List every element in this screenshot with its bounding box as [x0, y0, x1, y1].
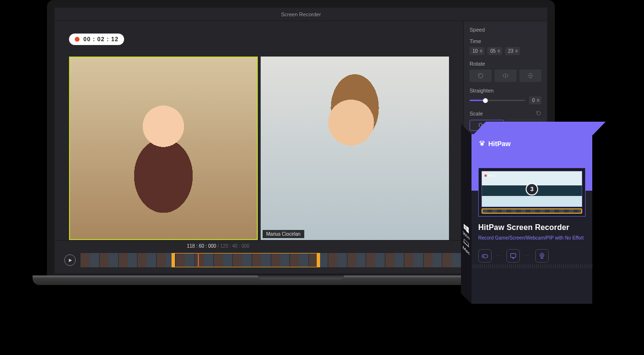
video-thumbnail	[261, 57, 449, 240]
svg-point-5	[481, 140, 482, 141]
product-title: HitPaw Screen Recorder	[478, 223, 586, 232]
brand-name: HitPaw	[488, 140, 511, 148]
product-subtitle: Record Game/Screen/Webcam/PIP with No Ef…	[478, 235, 586, 241]
box-spine: Win Mac	[461, 124, 472, 304]
scale-label: Scale	[470, 111, 483, 116]
time-seconds-input[interactable]: 23	[505, 47, 520, 55]
svg-rect-8	[511, 253, 516, 257]
play-button[interactable]	[64, 254, 76, 266]
paw-icon	[478, 140, 486, 148]
video-viewport: 00 : 02 : 12 Marius Ciocirlan	[55, 21, 463, 240]
straighten-slider[interactable]	[470, 100, 525, 101]
window-title: Screen Recorder	[281, 11, 321, 17]
box-front: HitPaw REC 3 HitPaw Screen Recorder Reco…	[472, 134, 592, 304]
video-thumbnail	[69, 57, 258, 240]
product-box: Win Mac HitPaw REC 3 HitPaw Screen Recor…	[472, 134, 606, 316]
time-inputs: 10 05 23	[470, 47, 541, 55]
game-icon	[478, 249, 492, 263]
video-grid: Marius Ciocirlan	[69, 57, 449, 240]
svg-point-2	[481, 142, 484, 146]
playhead[interactable]	[198, 253, 199, 267]
participant-name: Marius Ciocirlan	[263, 230, 305, 238]
time-minutes-input[interactable]: 05	[487, 47, 502, 55]
svg-point-10	[541, 254, 542, 256]
screen-icon	[506, 249, 520, 263]
svg-rect-0	[464, 239, 468, 246]
box-rec-badge: REC	[484, 174, 495, 177]
rotate-buttons	[470, 69, 541, 82]
straighten-label: Straighten	[470, 88, 541, 93]
svg-point-6	[483, 140, 483, 141]
svg-rect-7	[482, 254, 488, 258]
box-body: REC 3 HitPaw Screen Recorder Record Game…	[472, 191, 592, 268]
current-time: 118 : 60 : 000	[187, 243, 216, 249]
reset-scale-button[interactable]	[536, 110, 541, 117]
box-lid	[473, 122, 606, 135]
flip-vertical-button[interactable]	[519, 69, 541, 82]
recording-indicator: 00 : 02 : 12	[69, 34, 124, 45]
speed-label: Speed	[470, 27, 541, 33]
total-time: / 120 : 40 : 000	[218, 243, 250, 249]
box-preview-screen: REC 3	[478, 168, 586, 217]
svg-point-3	[480, 141, 481, 143]
rotate-left-button[interactable]	[470, 69, 492, 82]
record-dot-icon	[75, 37, 80, 42]
dots-separator: ···	[525, 253, 530, 258]
webcam-icon	[535, 249, 549, 263]
straighten-value-input[interactable]: 0	[529, 96, 541, 104]
flip-horizontal-button[interactable]	[494, 69, 517, 82]
svg-point-4	[483, 141, 485, 143]
video-frame-left[interactable]	[69, 57, 258, 240]
rotate-label: Rotate	[470, 61, 541, 67]
straighten-control: 0	[470, 96, 541, 104]
box-preview-image: REC 3	[482, 171, 582, 207]
box-filmstrip	[482, 208, 582, 214]
feature-icons: ··· ···	[478, 249, 586, 263]
recording-time: 00 : 02 : 12	[83, 36, 118, 43]
time-label: Time	[470, 38, 541, 44]
countdown-badge: 3	[526, 183, 538, 195]
brand-logo: HitPaw	[478, 140, 586, 148]
svg-point-9	[540, 253, 544, 257]
dots-separator: ···	[496, 253, 502, 258]
video-frame-right[interactable]: Marius Ciocirlan	[261, 57, 449, 240]
window-titlebar: Screen Recorder	[55, 8, 547, 21]
time-hours-input[interactable]: 10	[470, 47, 484, 55]
ruler-ticks	[472, 264, 592, 268]
selection-range[interactable]	[172, 253, 320, 267]
